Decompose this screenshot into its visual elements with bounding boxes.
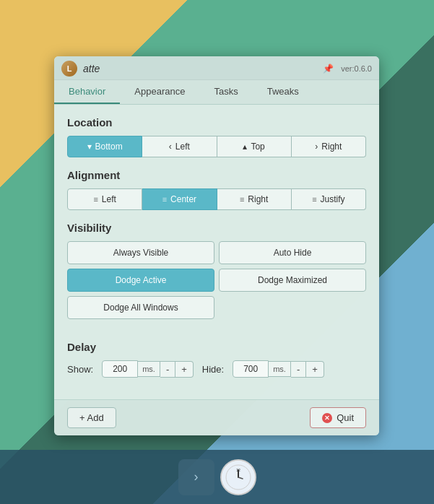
quit-label: Quit bbox=[337, 412, 354, 423]
always-visible-button[interactable]: Always Visible bbox=[67, 241, 214, 264]
tab-behavior[interactable]: Behavior bbox=[54, 80, 120, 104]
hide-unit: ms. bbox=[269, 361, 291, 377]
alignment-justify-button[interactable]: ≡ Justify bbox=[292, 188, 366, 210]
top-icon: ▴ bbox=[243, 142, 247, 152]
hide-control: ms. - + bbox=[233, 360, 324, 378]
auto-hide-button[interactable]: Auto Hide bbox=[219, 241, 366, 264]
hide-input[interactable] bbox=[233, 360, 269, 378]
app-title: atte bbox=[83, 63, 100, 74]
tab-bar: Behavior Appearance Tasks Tweaks bbox=[54, 80, 379, 105]
location-right-button[interactable]: › Right bbox=[292, 136, 366, 157]
left-icon: ‹ bbox=[169, 142, 172, 152]
alignment-title: Alignment bbox=[67, 169, 366, 181]
visibility-title: Visibility bbox=[67, 222, 366, 234]
show-plus-button[interactable]: + bbox=[175, 361, 194, 378]
alignment-left-button[interactable]: ≡ Left bbox=[67, 188, 142, 210]
hide-minus-button[interactable]: - bbox=[291, 361, 306, 378]
hide-plus-button[interactable]: + bbox=[306, 361, 324, 378]
taskbar-clock: 12 bbox=[220, 459, 256, 495]
add-button[interactable]: + Add bbox=[67, 407, 116, 428]
bottom-bar: + Add ✕ Quit bbox=[54, 399, 379, 435]
dodge-all-windows-button[interactable]: Dodge All Windows bbox=[67, 296, 214, 319]
tab-tasks[interactable]: Tasks bbox=[199, 80, 252, 104]
add-label: + Add bbox=[79, 412, 104, 423]
location-section: Location ▾ Bottom ‹ Left ▴ Top › Right bbox=[67, 116, 366, 157]
hide-label: Hide: bbox=[202, 364, 224, 375]
align-justify-icon: ≡ bbox=[312, 195, 316, 204]
alignment-center-button[interactable]: ≡ Center bbox=[142, 188, 217, 210]
show-label: Show: bbox=[67, 364, 93, 375]
titlebar: L atte 📌 ver:0.6.0 bbox=[54, 56, 379, 80]
content-area: Location ▾ Bottom ‹ Left ▴ Top › Right bbox=[54, 105, 379, 399]
pin-icon[interactable]: 📌 bbox=[323, 64, 334, 74]
location-button-group: ▾ Bottom ‹ Left ▴ Top › Right bbox=[67, 136, 366, 157]
right-icon: › bbox=[315, 142, 318, 152]
clock-svg: 12 bbox=[225, 464, 251, 490]
main-window: L atte 📌 ver:0.6.0 Behavior Appearance T… bbox=[54, 56, 379, 435]
dodge-maximized-button[interactable]: Dodge Maximized bbox=[219, 269, 366, 292]
location-top-button[interactable]: ▴ Top bbox=[217, 136, 292, 157]
show-minus-button[interactable]: - bbox=[160, 361, 175, 378]
location-left-button[interactable]: ‹ Left bbox=[142, 136, 217, 157]
location-bottom-button[interactable]: ▾ Bottom bbox=[67, 136, 142, 157]
show-unit: ms. bbox=[138, 361, 160, 377]
location-title: Location bbox=[67, 116, 366, 129]
app-icon: L bbox=[61, 61, 77, 77]
show-input[interactable] bbox=[102, 360, 138, 378]
show-control: ms. - + bbox=[102, 360, 194, 378]
tab-tweaks[interactable]: Tweaks bbox=[253, 80, 313, 104]
alignment-section: Alignment ≡ Left ≡ Center ≡ Right ≡ Just… bbox=[67, 169, 366, 210]
align-center-icon: ≡ bbox=[162, 195, 167, 204]
align-right-icon: ≡ bbox=[240, 195, 244, 204]
alignment-button-group: ≡ Left ≡ Center ≡ Right ≡ Justify bbox=[67, 188, 366, 210]
dodge-active-button[interactable]: Dodge Active bbox=[67, 269, 214, 292]
taskbar: › 12 bbox=[0, 450, 434, 504]
titlebar-left: L atte bbox=[61, 61, 100, 77]
quit-icon: ✕ bbox=[322, 413, 332, 423]
taskbar-arrow[interactable]: › bbox=[178, 459, 214, 495]
tab-appearance[interactable]: Appearance bbox=[120, 80, 199, 104]
version-label: ver:0.6.0 bbox=[341, 64, 372, 73]
visibility-grid: Always Visible Auto Hide Dodge Active Do… bbox=[67, 241, 366, 292]
bottom-icon: ▾ bbox=[87, 142, 92, 152]
align-left-icon: ≡ bbox=[93, 195, 97, 204]
alignment-right-button[interactable]: ≡ Right bbox=[217, 188, 292, 210]
quit-button[interactable]: ✕ Quit bbox=[310, 407, 366, 428]
visibility-section: Visibility Always Visible Auto Hide Dodg… bbox=[67, 222, 366, 331]
delay-section: Delay Show: ms. - + Hide: ms. - + bbox=[67, 341, 366, 378]
delay-title: Delay bbox=[67, 341, 366, 353]
clock-face: 12 bbox=[222, 461, 255, 494]
delay-controls: Show: ms. - + Hide: ms. - + bbox=[67, 360, 366, 378]
